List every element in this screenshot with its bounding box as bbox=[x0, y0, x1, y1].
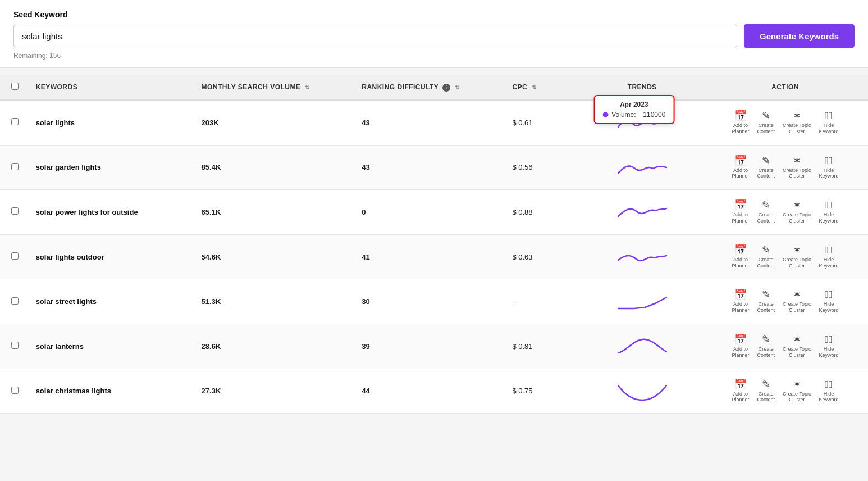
hide-keyword-button[interactable]: 👁̸ HideKeyword bbox=[819, 200, 838, 224]
hide-keyword-button[interactable]: 👁̸ HideKeyword bbox=[819, 111, 838, 135]
hide-keyword-button[interactable]: 👁̸ HideKeyword bbox=[819, 245, 838, 269]
row-checkbox-cell[interactable] bbox=[0, 279, 30, 324]
trend-cell bbox=[582, 145, 702, 190]
create-content-button[interactable]: ✎ CreateContent bbox=[757, 156, 775, 180]
create-content-button[interactable]: ✎ CreateContent bbox=[757, 289, 775, 314]
create-topic-cluster-button[interactable]: ✶ Create TopicCluster bbox=[783, 111, 811, 135]
remaining-text: Remaining: 156 bbox=[13, 52, 855, 60]
add-to-planner-button[interactable]: 📅 Add toPlanner bbox=[732, 200, 750, 224]
hide-keyword-button[interactable]: 👁̸ HideKeyword bbox=[819, 289, 838, 314]
action-col-cell: 📅 Add toPlanner ✎ CreateContent ✶ Create… bbox=[702, 100, 868, 145]
edit-icon: ✎ bbox=[762, 334, 770, 344]
hide-keyword-button[interactable]: 👁̸ HideKeyword bbox=[819, 379, 838, 403]
table-header-row: KEYWORDS MONTHLY SEARCH VOLUME ⇅ RANKING… bbox=[0, 75, 868, 100]
volume-cell: 51.3K bbox=[196, 279, 357, 324]
add-to-planner-button[interactable]: 📅 Add toPlanner bbox=[732, 334, 750, 359]
action-cell: 📅 Add toPlanner ✎ CreateContent ✶ Create… bbox=[708, 245, 862, 269]
calendar-icon: 📅 bbox=[734, 334, 747, 344]
row-checkbox-cell[interactable] bbox=[0, 369, 30, 414]
select-all-checkbox[interactable] bbox=[11, 83, 19, 90]
seed-keyword-label: Seed Keyword bbox=[13, 10, 855, 19]
trend-cell: Apr 2023 Volume: 110000 bbox=[582, 100, 702, 145]
table-row: solar lanterns28.6K39$ 0.81 📅 Add toPlan… bbox=[0, 324, 868, 369]
volume-sort-icon[interactable]: ⇅ bbox=[305, 84, 309, 90]
create-content-label: CreateContent bbox=[757, 122, 775, 135]
action-col-cell: 📅 Add toPlanner ✎ CreateContent ✶ Create… bbox=[702, 145, 868, 190]
row-checkbox[interactable] bbox=[11, 252, 19, 260]
create-topic-cluster-button[interactable]: ✶ Create TopicCluster bbox=[783, 334, 811, 359]
create-content-button[interactable]: ✎ CreateContent bbox=[757, 245, 775, 269]
create-content-button[interactable]: ✎ CreateContent bbox=[757, 334, 775, 359]
create-topic-label: Create TopicCluster bbox=[783, 301, 811, 314]
row-checkbox-cell[interactable] bbox=[0, 324, 30, 369]
edit-icon: ✎ bbox=[762, 289, 770, 300]
keyword-text: solar garden lights bbox=[36, 163, 101, 171]
volume-value: 51.3K bbox=[202, 297, 221, 306]
create-content-button[interactable]: ✎ CreateContent bbox=[757, 379, 775, 403]
volume-value: 85.4K bbox=[202, 163, 221, 171]
keyword-text: solar lights bbox=[36, 119, 75, 127]
hide-keyword-label: HideKeyword bbox=[819, 167, 838, 180]
difficulty-cell: 43 bbox=[356, 100, 506, 145]
row-checkbox[interactable] bbox=[11, 342, 19, 349]
select-all-checkbox-header[interactable] bbox=[0, 75, 30, 100]
row-checkbox[interactable] bbox=[11, 118, 19, 125]
difficulty-info-icon[interactable]: i bbox=[442, 84, 450, 92]
row-checkbox[interactable] bbox=[11, 207, 19, 215]
add-planner-label: Add toPlanner bbox=[732, 346, 750, 359]
calendar-icon: 📅 bbox=[734, 289, 747, 300]
create-content-button[interactable]: ✎ CreateContent bbox=[757, 111, 775, 135]
row-checkbox-cell[interactable] bbox=[0, 190, 30, 235]
create-topic-cluster-button[interactable]: ✶ Create TopicCluster bbox=[783, 200, 811, 224]
create-topic-cluster-button[interactable]: ✶ Create TopicCluster bbox=[783, 289, 811, 314]
create-content-label: CreateContent bbox=[757, 301, 775, 314]
difficulty-value: 44 bbox=[362, 387, 369, 395]
add-planner-label: Add toPlanner bbox=[732, 301, 750, 314]
keyword-text: solar lights outdoor bbox=[36, 253, 104, 261]
col-difficulty[interactable]: RANKING DIFFICULTY i ⇅ bbox=[356, 75, 506, 100]
difficulty-value: 39 bbox=[362, 342, 369, 351]
col-cpc[interactable]: CPC ⇅ bbox=[506, 75, 582, 100]
row-checkbox[interactable] bbox=[11, 387, 19, 394]
cpc-sort-icon[interactable]: ⇅ bbox=[532, 84, 536, 90]
add-to-planner-button[interactable]: 📅 Add toPlanner bbox=[732, 379, 750, 403]
create-content-button[interactable]: ✎ CreateContent bbox=[757, 200, 775, 224]
create-topic-cluster-button[interactable]: ✶ Create TopicCluster bbox=[783, 245, 811, 269]
add-to-planner-button[interactable]: 📅 Add toPlanner bbox=[732, 245, 750, 269]
hide-icon: 👁̸ bbox=[825, 334, 832, 344]
difficulty-sort-icon[interactable]: ⇅ bbox=[455, 84, 459, 90]
action-col-cell: 📅 Add toPlanner ✎ CreateContent ✶ Create… bbox=[702, 369, 868, 414]
create-topic-cluster-button[interactable]: ✶ Create TopicCluster bbox=[783, 379, 811, 403]
trend-cell bbox=[582, 369, 702, 414]
sparkline-chart bbox=[617, 335, 668, 357]
col-volume[interactable]: MONTHLY SEARCH VOLUME ⇅ bbox=[196, 75, 357, 100]
add-to-planner-button[interactable]: 📅 Add toPlanner bbox=[732, 156, 750, 180]
row-checkbox[interactable] bbox=[11, 163, 19, 170]
difficulty-value: 0 bbox=[362, 208, 366, 216]
row-checkbox-cell[interactable] bbox=[0, 100, 30, 145]
cpc-value: $ 0.75 bbox=[512, 387, 532, 395]
row-checkbox-cell[interactable] bbox=[0, 234, 30, 279]
hide-keyword-button[interactable]: 👁̸ HideKeyword bbox=[819, 156, 838, 180]
add-to-planner-button[interactable]: 📅 Add toPlanner bbox=[732, 111, 750, 135]
sparkline-chart bbox=[617, 111, 668, 134]
hide-keyword-button[interactable]: 👁̸ HideKeyword bbox=[819, 334, 838, 359]
create-content-label: CreateContent bbox=[757, 391, 775, 403]
difficulty-value: 41 bbox=[362, 253, 369, 261]
seed-keyword-input[interactable] bbox=[13, 24, 737, 48]
sparkline-chart bbox=[617, 201, 668, 223]
difficulty-cell: 39 bbox=[356, 324, 506, 369]
create-topic-cluster-button[interactable]: ✶ Create TopicCluster bbox=[783, 156, 811, 180]
hide-icon: 👁̸ bbox=[825, 200, 832, 210]
row-checkbox[interactable] bbox=[11, 297, 19, 305]
col-keywords: KEYWORDS bbox=[30, 75, 196, 100]
row-checkbox-cell[interactable] bbox=[0, 145, 30, 190]
cluster-icon: ✶ bbox=[793, 111, 801, 121]
volume-cell: 54.6K bbox=[196, 234, 357, 279]
action-col-cell: 📅 Add toPlanner ✎ CreateContent ✶ Create… bbox=[702, 234, 868, 279]
add-planner-label: Add toPlanner bbox=[732, 391, 750, 403]
volume-value: 65.1K bbox=[202, 208, 221, 216]
generate-keywords-button[interactable]: Generate Keywords bbox=[744, 24, 855, 48]
add-to-planner-button[interactable]: 📅 Add toPlanner bbox=[732, 289, 750, 314]
keyword-cell: solar power lights for outside bbox=[30, 190, 196, 235]
